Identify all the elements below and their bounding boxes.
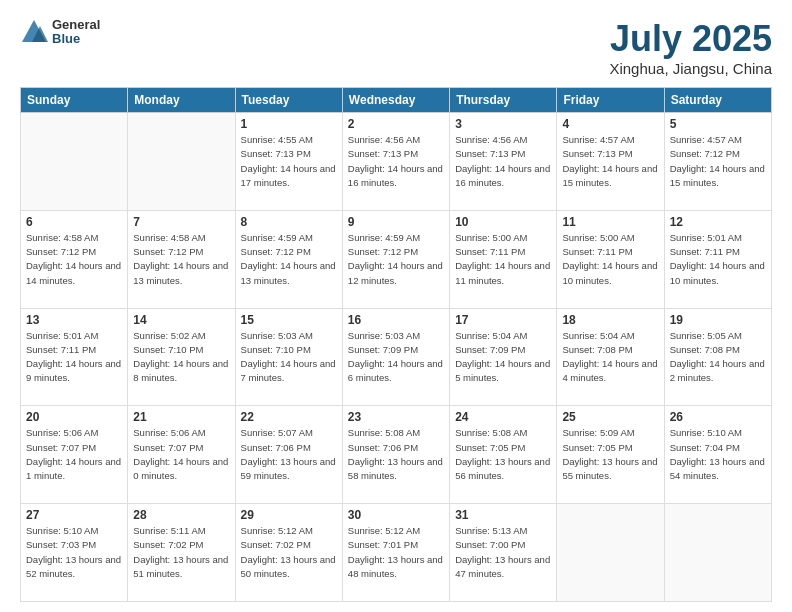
day-number: 14 — [133, 313, 229, 327]
day-cell: 30Sunrise: 5:12 AMSunset: 7:01 PMDayligh… — [342, 504, 449, 602]
day-info: Sunrise: 5:12 AMSunset: 7:02 PMDaylight:… — [241, 524, 337, 581]
day-info: Sunrise: 5:06 AMSunset: 7:07 PMDaylight:… — [26, 426, 122, 483]
day-number: 27 — [26, 508, 122, 522]
day-cell: 25Sunrise: 5:09 AMSunset: 7:05 PMDayligh… — [557, 406, 664, 504]
month-title: July 2025 — [609, 18, 772, 60]
day-cell — [664, 504, 771, 602]
day-info: Sunrise: 5:13 AMSunset: 7:00 PMDaylight:… — [455, 524, 551, 581]
day-cell: 11Sunrise: 5:00 AMSunset: 7:11 PMDayligh… — [557, 210, 664, 308]
location-subtitle: Xinghua, Jiangsu, China — [609, 60, 772, 77]
day-number: 15 — [241, 313, 337, 327]
day-info: Sunrise: 5:00 AMSunset: 7:11 PMDaylight:… — [562, 231, 658, 288]
weekday-header-row: Sunday Monday Tuesday Wednesday Thursday… — [21, 88, 772, 113]
day-cell: 29Sunrise: 5:12 AMSunset: 7:02 PMDayligh… — [235, 504, 342, 602]
day-info: Sunrise: 5:10 AMSunset: 7:04 PMDaylight:… — [670, 426, 766, 483]
day-info: Sunrise: 5:05 AMSunset: 7:08 PMDaylight:… — [670, 329, 766, 386]
day-number: 23 — [348, 410, 444, 424]
day-cell: 31Sunrise: 5:13 AMSunset: 7:00 PMDayligh… — [450, 504, 557, 602]
day-cell: 21Sunrise: 5:06 AMSunset: 7:07 PMDayligh… — [128, 406, 235, 504]
logo-general-text: General — [52, 18, 100, 32]
day-number: 16 — [348, 313, 444, 327]
week-row-5: 27Sunrise: 5:10 AMSunset: 7:03 PMDayligh… — [21, 504, 772, 602]
day-number: 13 — [26, 313, 122, 327]
day-info: Sunrise: 4:59 AMSunset: 7:12 PMDaylight:… — [348, 231, 444, 288]
day-cell: 17Sunrise: 5:04 AMSunset: 7:09 PMDayligh… — [450, 308, 557, 406]
day-info: Sunrise: 4:58 AMSunset: 7:12 PMDaylight:… — [133, 231, 229, 288]
day-cell: 24Sunrise: 5:08 AMSunset: 7:05 PMDayligh… — [450, 406, 557, 504]
day-info: Sunrise: 5:01 AMSunset: 7:11 PMDaylight:… — [26, 329, 122, 386]
day-number: 22 — [241, 410, 337, 424]
day-cell: 1Sunrise: 4:55 AMSunset: 7:13 PMDaylight… — [235, 113, 342, 211]
day-number: 3 — [455, 117, 551, 131]
week-row-2: 6Sunrise: 4:58 AMSunset: 7:12 PMDaylight… — [21, 210, 772, 308]
day-number: 9 — [348, 215, 444, 229]
day-number: 24 — [455, 410, 551, 424]
day-info: Sunrise: 5:09 AMSunset: 7:05 PMDaylight:… — [562, 426, 658, 483]
day-number: 4 — [562, 117, 658, 131]
day-cell: 3Sunrise: 4:56 AMSunset: 7:13 PMDaylight… — [450, 113, 557, 211]
day-number: 18 — [562, 313, 658, 327]
day-cell: 15Sunrise: 5:03 AMSunset: 7:10 PMDayligh… — [235, 308, 342, 406]
day-cell: 22Sunrise: 5:07 AMSunset: 7:06 PMDayligh… — [235, 406, 342, 504]
day-info: Sunrise: 4:56 AMSunset: 7:13 PMDaylight:… — [455, 133, 551, 190]
logo-blue-text: Blue — [52, 32, 100, 46]
day-cell: 2Sunrise: 4:56 AMSunset: 7:13 PMDaylight… — [342, 113, 449, 211]
calendar-table: Sunday Monday Tuesday Wednesday Thursday… — [20, 87, 772, 602]
day-info: Sunrise: 4:57 AMSunset: 7:13 PMDaylight:… — [562, 133, 658, 190]
day-cell — [557, 504, 664, 602]
day-cell: 16Sunrise: 5:03 AMSunset: 7:09 PMDayligh… — [342, 308, 449, 406]
day-number: 17 — [455, 313, 551, 327]
week-row-3: 13Sunrise: 5:01 AMSunset: 7:11 PMDayligh… — [21, 308, 772, 406]
header-friday: Friday — [557, 88, 664, 113]
day-info: Sunrise: 5:01 AMSunset: 7:11 PMDaylight:… — [670, 231, 766, 288]
day-number: 19 — [670, 313, 766, 327]
day-info: Sunrise: 5:11 AMSunset: 7:02 PMDaylight:… — [133, 524, 229, 581]
day-number: 21 — [133, 410, 229, 424]
day-info: Sunrise: 5:08 AMSunset: 7:05 PMDaylight:… — [455, 426, 551, 483]
day-number: 12 — [670, 215, 766, 229]
header-monday: Monday — [128, 88, 235, 113]
day-info: Sunrise: 4:55 AMSunset: 7:13 PMDaylight:… — [241, 133, 337, 190]
day-cell: 6Sunrise: 4:58 AMSunset: 7:12 PMDaylight… — [21, 210, 128, 308]
header-wednesday: Wednesday — [342, 88, 449, 113]
day-info: Sunrise: 4:57 AMSunset: 7:12 PMDaylight:… — [670, 133, 766, 190]
header-sunday: Sunday — [21, 88, 128, 113]
day-cell: 23Sunrise: 5:08 AMSunset: 7:06 PMDayligh… — [342, 406, 449, 504]
day-number: 5 — [670, 117, 766, 131]
day-number: 20 — [26, 410, 122, 424]
day-number: 11 — [562, 215, 658, 229]
day-cell: 13Sunrise: 5:01 AMSunset: 7:11 PMDayligh… — [21, 308, 128, 406]
day-cell: 19Sunrise: 5:05 AMSunset: 7:08 PMDayligh… — [664, 308, 771, 406]
logo: General Blue — [20, 18, 100, 47]
day-cell — [128, 113, 235, 211]
day-info: Sunrise: 5:00 AMSunset: 7:11 PMDaylight:… — [455, 231, 551, 288]
day-number: 2 — [348, 117, 444, 131]
day-info: Sunrise: 5:04 AMSunset: 7:09 PMDaylight:… — [455, 329, 551, 386]
day-info: Sunrise: 5:04 AMSunset: 7:08 PMDaylight:… — [562, 329, 658, 386]
day-number: 7 — [133, 215, 229, 229]
day-number: 30 — [348, 508, 444, 522]
day-number: 8 — [241, 215, 337, 229]
header-thursday: Thursday — [450, 88, 557, 113]
day-cell: 27Sunrise: 5:10 AMSunset: 7:03 PMDayligh… — [21, 504, 128, 602]
day-cell: 7Sunrise: 4:58 AMSunset: 7:12 PMDaylight… — [128, 210, 235, 308]
week-row-4: 20Sunrise: 5:06 AMSunset: 7:07 PMDayligh… — [21, 406, 772, 504]
logo-text: General Blue — [52, 18, 100, 47]
day-info: Sunrise: 5:10 AMSunset: 7:03 PMDaylight:… — [26, 524, 122, 581]
day-info: Sunrise: 5:03 AMSunset: 7:09 PMDaylight:… — [348, 329, 444, 386]
day-info: Sunrise: 5:08 AMSunset: 7:06 PMDaylight:… — [348, 426, 444, 483]
day-number: 10 — [455, 215, 551, 229]
day-number: 1 — [241, 117, 337, 131]
day-info: Sunrise: 4:56 AMSunset: 7:13 PMDaylight:… — [348, 133, 444, 190]
day-cell: 12Sunrise: 5:01 AMSunset: 7:11 PMDayligh… — [664, 210, 771, 308]
day-cell: 26Sunrise: 5:10 AMSunset: 7:04 PMDayligh… — [664, 406, 771, 504]
day-number: 26 — [670, 410, 766, 424]
day-info: Sunrise: 4:59 AMSunset: 7:12 PMDaylight:… — [241, 231, 337, 288]
day-cell: 10Sunrise: 5:00 AMSunset: 7:11 PMDayligh… — [450, 210, 557, 308]
day-number: 28 — [133, 508, 229, 522]
day-info: Sunrise: 5:02 AMSunset: 7:10 PMDaylight:… — [133, 329, 229, 386]
header-tuesday: Tuesday — [235, 88, 342, 113]
day-cell: 18Sunrise: 5:04 AMSunset: 7:08 PMDayligh… — [557, 308, 664, 406]
day-info: Sunrise: 5:06 AMSunset: 7:07 PMDaylight:… — [133, 426, 229, 483]
header: General Blue July 2025 Xinghua, Jiangsu,… — [20, 18, 772, 77]
